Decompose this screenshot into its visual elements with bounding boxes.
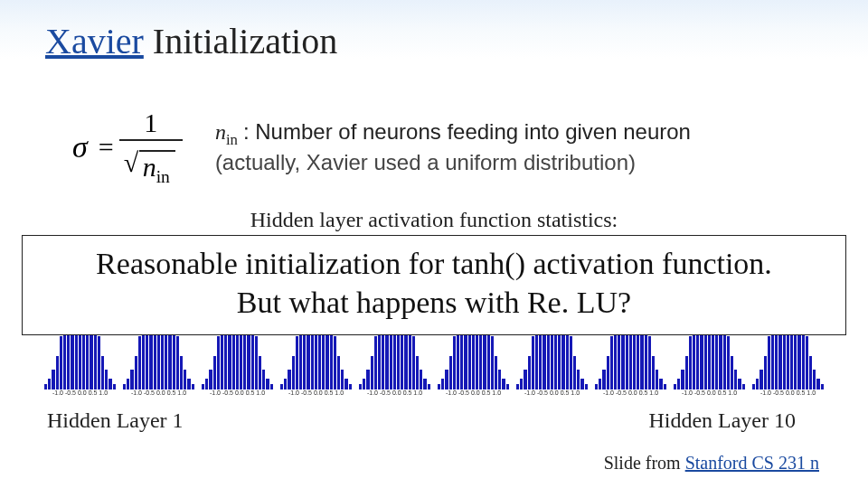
credit-prefix: Slide from: [604, 453, 685, 473]
hidden-layer-10-label: Hidden Layer 10: [648, 408, 796, 433]
histogram-bar: [599, 379, 601, 389]
histogram-bar: [127, 379, 129, 389]
histogram-bar: [516, 384, 519, 389]
formula-row: σ = 1 √ nin nin : Number of neurons fee: [72, 108, 814, 186]
histogram-bar: [363, 379, 365, 389]
histogram-bar: [412, 336, 415, 389]
histogram-bar: [288, 370, 290, 389]
fraction: 1 √ nin: [119, 108, 183, 186]
histogram-bar: [491, 336, 494, 389]
fraction-denominator: √ nin: [119, 143, 183, 186]
histogram-bar: [681, 370, 684, 389]
histogram-bar: [573, 356, 576, 389]
histogram-bar: [138, 336, 141, 389]
credit-link[interactable]: Stanford CS 231 n: [685, 453, 819, 473]
histogram-bar: [438, 384, 440, 389]
histogram-bar: [498, 370, 501, 389]
histogram-bar: [610, 336, 613, 389]
histogram-bar: [813, 370, 816, 389]
histogram-bar: [135, 356, 137, 389]
definition-colon: :: [243, 119, 255, 144]
histogram-bar: [580, 379, 583, 389]
fraction-bar: [119, 139, 183, 141]
sqrt-radicand: nin: [139, 150, 175, 186]
histogram-xaxis: -1.0 -0.5 0.0 0.5 1.0: [592, 389, 669, 402]
histogram-bar: [685, 356, 688, 389]
histogram-bar: [123, 384, 126, 389]
histogram-xaxis: -1.0 -0.5 0.0 0.5 1.0: [671, 389, 748, 402]
histogram-bar: [532, 336, 534, 389]
histogram-bar: [524, 370, 526, 389]
histogram-xaxis: -1.0 -0.5 0.0 0.5 1.0: [199, 389, 276, 402]
sqrt-radical-icon: √: [124, 148, 138, 177]
histogram-xaxis: -1.0 -0.5 0.0 0.5 1.0: [42, 389, 118, 402]
histogram-bar: [570, 336, 572, 389]
histogram-bar: [674, 384, 676, 389]
title-link[interactable]: Xavier: [45, 21, 144, 61]
histogram-bar: [768, 336, 770, 389]
hidden-layer-1-label: Hidden Layer 1: [47, 408, 184, 433]
histogram-bar: [420, 370, 422, 389]
histogram-bar: [441, 379, 444, 389]
histogram-bar: [344, 379, 347, 389]
fraction-numerator: 1: [137, 108, 165, 137]
histogram-bar: [359, 384, 362, 389]
histogram-xaxis: -1.0 -0.5 0.0 0.5 1.0: [435, 389, 512, 402]
histogram-bar: [209, 370, 212, 389]
histogram-bar: [217, 336, 220, 389]
callout-line2: But what happens with Re. LU?: [39, 284, 829, 323]
histogram-bar: [187, 379, 190, 389]
histogram-bar: [727, 336, 730, 389]
histogram-bar: [334, 336, 336, 389]
histogram-bar: [689, 336, 692, 389]
n-symbol: n: [143, 152, 156, 182]
slide-root: Xavier Initialization σ = 1 √ nin: [0, 0, 868, 488]
histogram-bar: [453, 336, 456, 389]
histogram-bar: [292, 356, 295, 389]
callout-box: Reasonable initialization for tanh() act…: [22, 235, 846, 335]
slide-title: Xavier Initialization: [45, 20, 337, 62]
histogram-bar: [374, 336, 377, 389]
histogram-bar: [56, 356, 59, 389]
histogram-bar: [506, 384, 509, 389]
histogram-bar: [366, 370, 369, 389]
histogram-bar: [113, 384, 116, 389]
histogram-bar: [176, 336, 179, 389]
histogram-bar: [520, 379, 523, 389]
definition-line1: Number of neurons feeding into given neu…: [255, 119, 691, 144]
histogram-bar: [502, 379, 505, 389]
histogram-bar: [192, 384, 194, 389]
histogram-bar: [341, 370, 344, 389]
histogram-xaxis: -1.0 -0.5 0.0 0.5 1.0: [356, 389, 433, 402]
histogram-bar: [52, 370, 54, 389]
histogram-bar: [213, 356, 216, 389]
histogram-bar: [371, 356, 373, 389]
histogram-bar: [262, 370, 265, 389]
equals-symbol: =: [93, 132, 119, 163]
histogram-bar: [105, 370, 108, 389]
n-subscript: in: [156, 167, 170, 186]
histogram-bar: [752, 384, 755, 389]
histogram-bar: [816, 379, 819, 389]
histogram-caption: Hidden layer activation function statist…: [0, 208, 868, 232]
histogram-bar: [280, 384, 283, 389]
histogram-bar: [202, 384, 204, 389]
histogram-bar: [108, 379, 111, 389]
histogram-bar: [677, 379, 680, 389]
histogram-bar: [656, 370, 658, 389]
histogram-bar: [270, 384, 273, 389]
histogram-bar: [756, 379, 759, 389]
histogram-bar: [255, 336, 258, 389]
histogram-bar: [664, 384, 666, 389]
histogram-bar: [607, 356, 609, 389]
n-symbol: n: [215, 120, 226, 144]
histogram-bar: [731, 356, 733, 389]
histogram-bar: [423, 379, 426, 389]
histogram-bar: [585, 384, 588, 389]
histogram-bar: [130, 370, 133, 389]
histogram-bar: [416, 356, 419, 389]
n-in-definition: nin : Number of neurons feeding into giv…: [215, 118, 691, 177]
histogram-bar: [284, 379, 287, 389]
histogram-bar: [648, 336, 651, 389]
slide-credit: Slide from Stanford CS 231 n: [604, 453, 819, 474]
